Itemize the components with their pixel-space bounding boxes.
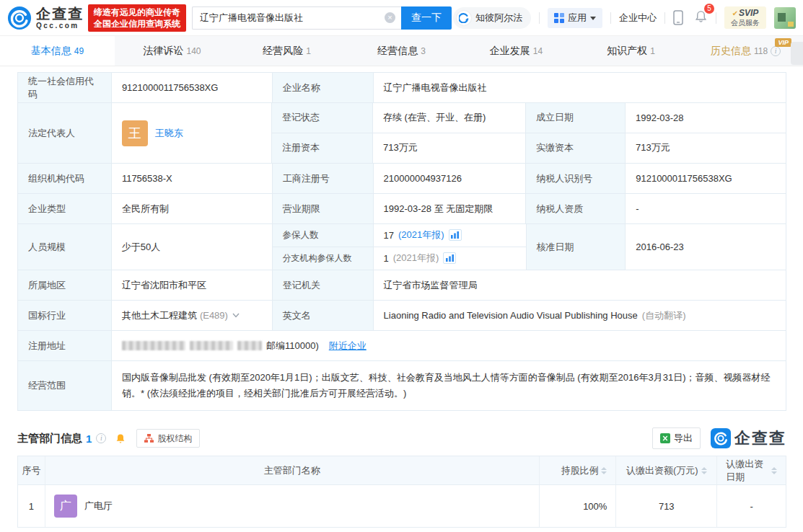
equity-structure-button[interactable]: 股权结构 [136, 429, 200, 448]
divider [716, 12, 716, 24]
region-value: 辽宁省沈阳市和平区 [112, 270, 273, 300]
tab-history-info[interactable]: VIP 历史信息118 [688, 36, 803, 66]
zhibi-alpha-icon [457, 11, 471, 25]
legal-rep-link[interactable]: 王晓东 [155, 127, 183, 140]
notification-count-badge: 5 [704, 4, 714, 14]
notifications-bell-icon[interactable]: 5 [694, 9, 708, 26]
english-name-value: Liaoning Radio and Television Audio Visu… [374, 301, 786, 330]
info-icon[interactable] [771, 46, 781, 56]
brand-domain: Qcc.com [36, 22, 84, 30]
sort-icon[interactable] [601, 467, 607, 474]
department-name-link[interactable]: 广电厅 [84, 500, 113, 513]
legal-rep-label: 法定代表人 [18, 103, 112, 163]
row-index: 1 [18, 485, 45, 527]
taxpayer-quality-value: - [626, 194, 786, 223]
tab-operation-info[interactable]: 经营信息3 [344, 36, 459, 66]
divider [664, 12, 665, 24]
establish-date-label: 成立日期 [526, 103, 626, 133]
qcc-watermark-icon [711, 428, 731, 448]
brand-slogan: 缔造有远见的商业传奇 全国企业信用查询系统 [88, 4, 186, 32]
legal-rep-cell: 王 王晓东 [112, 103, 272, 163]
apps-grid-icon [554, 13, 564, 23]
branch-insured-value: 1 (2021年报) [374, 247, 527, 270]
taxpayer-no-label: 纳税人识别号 [526, 164, 626, 193]
tab-intellectual-property[interactable]: 知识产权1 [574, 36, 688, 66]
reg-status-value: 存续 (在营、开业、在册) [373, 103, 526, 133]
reg-no-label: 工商注册号 [273, 164, 374, 193]
supervisor-count: 1 [86, 433, 92, 445]
tab-operation-risk[interactable]: 经营风险1 [229, 36, 344, 66]
apps-label: 应用 [568, 12, 587, 25]
supervisor-table: 序号 主管部门名称 持股比例 认缴出资额(万元) 认缴出资日期 1 广 广电厅 … [17, 456, 786, 528]
address-value: 邮编110000) 附近企业 [112, 331, 786, 360]
branch-trend-chart-icon[interactable] [443, 252, 456, 264]
company-type-value: 全民所有制 [112, 194, 273, 223]
col-department-name: 主管部门名称 [45, 456, 540, 484]
company-basic-info-table: 统一社会信用代码 9121000011756538XG 企业名称 辽宁广播电视音… [17, 72, 786, 411]
masked-address-segment [122, 341, 185, 350]
vip-badge: VIP [775, 38, 791, 47]
chevron-down-icon [590, 17, 596, 20]
paid-capital-label: 实缴资本 [526, 133, 626, 164]
auto-translate-note: (自动翻译) [642, 309, 686, 322]
floating-sidebar-edge[interactable] [791, 42, 803, 65]
address-postcode: 邮编110000) [266, 340, 319, 353]
address-label: 注册地址 [18, 331, 112, 360]
company-tabs: 基本信息49 法律诉讼140 经营风险1 经营信息3 企业发展14 知识产权1 … [0, 36, 803, 66]
col-subscribed-date: 认缴出资日期 [717, 456, 786, 484]
col-subscribed-amount: 认缴出资额(万元) [616, 456, 717, 484]
clear-search-icon[interactable] [385, 12, 395, 23]
enterprise-center-link[interactable]: 企业中心 [619, 12, 657, 25]
staff-size-value: 少于50人 [112, 224, 273, 270]
department-avatar[interactable]: 广 [54, 495, 77, 518]
sort-icon[interactable] [701, 467, 707, 474]
search-input[interactable] [192, 6, 401, 30]
supervisor-table-header: 序号 主管部门名称 持股比例 认缴出资额(万元) 认缴出资日期 [18, 456, 786, 485]
tab-company-development[interactable]: 企业发展14 [459, 36, 574, 66]
excel-export-icon [660, 433, 670, 443]
search-button[interactable]: 查一下 [401, 6, 452, 30]
search-bar: 查一下 [192, 6, 452, 30]
col-share-ratio: 持股比例 [540, 456, 617, 484]
industry-value: 其他土木工程建筑 (E489) [112, 301, 273, 330]
tab-basic-info[interactable]: 基本信息49 [0, 36, 115, 66]
staff-size-label: 人员规模 [18, 224, 112, 270]
reg-status-label: 登记状态 [272, 103, 373, 133]
equity-structure-icon [144, 434, 154, 443]
masked-address-segment [190, 341, 233, 350]
reg-capital-label: 注册资本 [272, 133, 373, 164]
sort-icon[interactable] [771, 467, 777, 474]
info-icon[interactable] [96, 433, 106, 443]
region-label: 所属地区 [18, 270, 112, 300]
mobile-app-icon[interactable] [673, 10, 683, 25]
svip-membership-button[interactable]: ✔SVIP 会员服务 [724, 6, 766, 28]
company-name-label: 企业名称 [273, 73, 374, 102]
masked-address-segment [237, 341, 262, 350]
insured-annual-report-link[interactable]: (2021年报) [398, 229, 444, 241]
industry-expand-chevron-icon[interactable] [232, 313, 240, 318]
qcc-logo[interactable]: 企查查 Qcc.com [7, 6, 84, 30]
tab-legal-litigation[interactable]: 法律诉讼140 [115, 36, 229, 66]
row-share-ratio: 100% [540, 485, 617, 527]
insured-trend-chart-icon[interactable] [449, 229, 462, 241]
export-button[interactable]: 导出 [652, 427, 701, 449]
zhibi-alpha-link[interactable]: 知彼阿尔法 [453, 7, 531, 29]
approval-date-label: 核准日期 [527, 224, 626, 270]
divider [610, 12, 611, 24]
reg-authority-value: 辽宁省市场监督管理局 [374, 270, 786, 300]
zhibi-alpha-label: 知彼阿尔法 [475, 12, 522, 25]
nearby-companies-link[interactable]: 附近企业 [329, 340, 367, 353]
apps-menu[interactable]: 应用 [548, 8, 602, 28]
industry-label: 国标行业 [18, 301, 112, 330]
credit-code-value: 9121000011756538XG [112, 73, 273, 102]
divider [539, 12, 540, 24]
org-code-value: 11756538-X [112, 164, 273, 193]
english-name-label: 英文名 [273, 301, 374, 330]
col-index: 序号 [18, 456, 45, 484]
taxpayer-quality-label: 纳税人资质 [526, 194, 626, 223]
row-department-cell: 广 广电厅 [45, 485, 540, 527]
monitor-bell-icon[interactable] [115, 433, 126, 445]
user-avatar[interactable] [774, 7, 796, 29]
legal-rep-avatar[interactable]: 王 [122, 120, 148, 146]
reg-authority-label: 登记机关 [273, 270, 374, 300]
